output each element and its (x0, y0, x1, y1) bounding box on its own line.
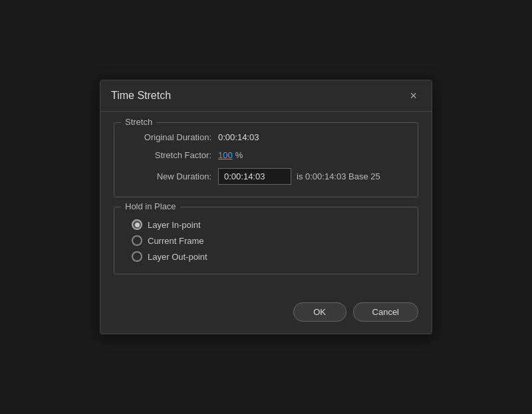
stretch-section: Stretch Original Duration: 0:00:14:03 St… (114, 122, 418, 197)
radio-label-current-frame: Current Frame (148, 236, 204, 246)
new-duration-label: New Duration: (125, 171, 211, 181)
radio-label-layer-in: Layer In-point (148, 220, 201, 230)
original-duration-value: 0:00:14:03 (218, 132, 259, 142)
stretch-factor-unit: % (235, 150, 243, 160)
stretch-factor-row: Stretch Factor: 100 % (125, 150, 407, 160)
hold-section: Hold in Place Layer In-point Current Fra… (114, 207, 418, 274)
dialog-titlebar: Time Stretch × (100, 80, 432, 112)
stretch-factor-label: Stretch Factor: (125, 150, 211, 160)
time-stretch-dialog: Time Stretch × Stretch Original Duration… (100, 80, 432, 334)
close-button[interactable]: × (406, 88, 421, 103)
new-duration-input[interactable] (218, 168, 291, 185)
cancel-button[interactable]: Cancel (353, 302, 418, 322)
hold-radio-group: Layer In-point Current Frame Layer Out-p… (125, 219, 407, 262)
dialog-footer: OK Cancel (100, 294, 432, 334)
original-duration-label: Original Duration: (125, 132, 211, 142)
radio-current-frame[interactable]: Current Frame (132, 235, 407, 246)
radio-circle-layer-in (132, 219, 142, 230)
new-duration-suffix: is 0:00:14:03 Base 25 (297, 171, 380, 181)
radio-label-layer-out: Layer Out-point (148, 252, 207, 262)
stretch-factor-value[interactable]: 100 (218, 150, 233, 160)
ok-button[interactable]: OK (293, 302, 346, 322)
stretch-factor-control: 100 % (218, 150, 243, 160)
new-duration-row: New Duration: is 0:00:14:03 Base 25 (125, 168, 407, 185)
radio-circle-layer-out (132, 251, 142, 262)
radio-layer-out[interactable]: Layer Out-point (132, 251, 407, 262)
stretch-section-label: Stretch (121, 117, 156, 127)
hold-section-label: Hold in Place (121, 201, 180, 211)
original-duration-row: Original Duration: 0:00:14:03 (125, 132, 407, 142)
radio-layer-in[interactable]: Layer In-point (132, 219, 407, 230)
dialog-title: Time Stretch (111, 90, 171, 102)
dialog-body: Stretch Original Duration: 0:00:14:03 St… (100, 112, 432, 294)
radio-circle-current-frame (132, 235, 142, 246)
